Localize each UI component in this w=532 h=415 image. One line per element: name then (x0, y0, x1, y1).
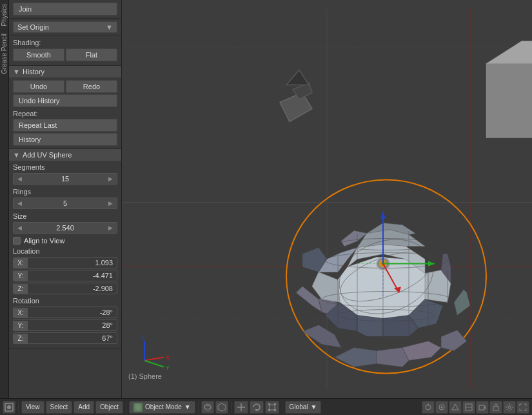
svg-rect-90 (270, 405, 275, 410)
rot-y-field[interactable]: Y: 28° (13, 319, 117, 331)
rot-x-field[interactable]: X: -28° (13, 307, 117, 318)
add-menu-button[interactable]: Add (74, 401, 94, 414)
size-right-arrow[interactable]: ▶ (107, 225, 114, 231)
shading-section: Shading: Smooth Flat (9, 36, 121, 66)
rot-z-value: 67° (28, 333, 117, 343)
viewport[interactable]: X Y Z (1) Sphere (122, 0, 532, 398)
translate-icon[interactable] (234, 401, 248, 414)
object-mode-label: Object Mode (145, 403, 182, 410)
loc-x-field[interactable]: X: 1.093 (13, 257, 117, 268)
size-value: 2.540 (23, 224, 107, 232)
svg-point-83 (135, 404, 141, 410)
undo-button[interactable]: Undo (13, 80, 64, 93)
rings-label: Rings (13, 188, 117, 196)
segments-slider[interactable]: ◀ 15 ▶ (13, 173, 117, 185)
set-origin-arrow: ▼ (106, 23, 113, 31)
size-left-arrow[interactable]: ◀ (16, 225, 23, 231)
history-title: History (23, 68, 44, 76)
rot-y-label: Y: (14, 321, 28, 330)
uv-sphere-section: Segments ◀ 15 ▶ Rings ◀ 5 ▶ Size ◀ 2.540… (9, 161, 121, 349)
view-sphere-icon[interactable] (201, 401, 214, 414)
loc-z-field[interactable]: Z: -2.908 (13, 283, 117, 294)
rotate-icon[interactable] (250, 401, 264, 414)
camera-sync-icon[interactable] (476, 401, 489, 414)
rot-z-field[interactable]: Z: 67° (13, 332, 117, 344)
flat-button[interactable]: Flat (66, 48, 117, 61)
svg-rect-102 (479, 405, 484, 410)
pivot-icon[interactable] (449, 401, 462, 414)
uv-sphere-arrow: ▼ (13, 151, 20, 159)
loc-x-label: X: (14, 258, 28, 268)
select-menu-button[interactable]: Select (46, 401, 73, 414)
segments-label: Segments (13, 163, 117, 171)
segments-value: 15 (23, 175, 107, 183)
left-sidebar: Join Set Origin ▼ Shading: Smooth Flat ▼… (9, 0, 122, 398)
sep4 (231, 401, 232, 413)
settings-icon[interactable] (503, 401, 516, 414)
segments-left-arrow[interactable]: ◀ (16, 176, 23, 182)
svg-text:Y: Y (166, 365, 170, 371)
render-view-icon[interactable] (215, 401, 228, 414)
svg-point-82 (7, 405, 11, 409)
svg-text:Z: Z (141, 334, 145, 341)
history-button[interactable]: History (13, 133, 117, 146)
align-to-view-row: Align to View (13, 237, 117, 245)
join-button[interactable]: Join (13, 3, 117, 15)
set-origin-label: Set Origin (17, 23, 49, 31)
smooth-button[interactable]: Smooth (13, 48, 64, 61)
shading-label: Shading: (13, 39, 117, 46)
loc-y-field[interactable]: Y: -4.471 (13, 270, 117, 281)
bottom-toolbar: View Select Add Object Object Mode ▼ Glo… (0, 398, 532, 415)
scene-icon[interactable] (3, 401, 15, 414)
add-uv-sphere-title: Add UV Sphere (23, 151, 72, 159)
object-menu-button[interactable]: Object (95, 401, 123, 414)
svg-marker-24 (486, 64, 532, 138)
sep1 (18, 401, 19, 413)
svg-rect-93 (268, 409, 270, 411)
history-header[interactable]: ▼ History (9, 66, 121, 77)
local-icon[interactable] (462, 401, 475, 414)
viewport-svg: X Y Z (122, 0, 532, 398)
segments-right-arrow[interactable]: ▶ (107, 176, 114, 182)
size-label: Size (13, 212, 117, 220)
add-uv-sphere-header[interactable]: ▼ Add UV Sphere (9, 149, 121, 161)
object-mode-selector[interactable]: Object Mode ▼ (129, 401, 195, 414)
snap-icon[interactable] (422, 401, 435, 414)
repeat-last-button[interactable]: Repeat Last (13, 119, 117, 132)
lock-icon[interactable] (489, 401, 502, 414)
loc-y-label: Y: (14, 271, 28, 281)
rings-slider[interactable]: ◀ 5 ▶ (13, 197, 117, 209)
loc-z-label: Z: (14, 284, 28, 294)
sep5 (282, 401, 282, 413)
global-arrow: ▼ (311, 403, 317, 410)
svg-point-105 (508, 406, 511, 409)
grease-pencil-tab[interactable]: Grease Pencil (0, 30, 9, 78)
proportional-icon[interactable] (435, 401, 448, 414)
join-section: Join (9, 0, 121, 19)
vertical-tabs: Physics Grease Pencil (0, 0, 9, 398)
redo-button[interactable]: Redo (66, 80, 117, 93)
loc-x-value: 1.093 (28, 258, 117, 268)
svg-rect-104 (493, 407, 498, 410)
align-to-view-label: Align to View (24, 237, 64, 245)
object-mode-arrow: ▼ (184, 403, 191, 410)
rings-right-arrow[interactable]: ▶ (107, 200, 114, 207)
global-selector[interactable]: Global ▼ (285, 401, 322, 414)
rings-value: 5 (23, 199, 107, 207)
align-to-view-checkbox[interactable] (13, 237, 21, 245)
sep2 (126, 401, 126, 413)
view-menu-button[interactable]: View (21, 401, 44, 414)
scale-icon[interactable] (265, 401, 279, 414)
physics-tab[interactable]: Physics (0, 0, 9, 30)
undo-history-button[interactable]: Undo History (13, 94, 117, 107)
fullscreen-icon[interactable] (517, 401, 529, 414)
size-slider[interactable]: ◀ 2.540 ▶ (13, 222, 117, 234)
viewport-object-label: (1) Sphere (128, 372, 162, 380)
rotation-label: Rotation (13, 297, 117, 305)
svg-marker-50 (357, 316, 383, 337)
undo-redo-row: Undo Redo (13, 80, 117, 93)
history-section: Undo Redo Undo History Repeat: Repeat La… (9, 77, 121, 149)
svg-marker-86 (218, 403, 226, 411)
rings-left-arrow[interactable]: ◀ (16, 200, 23, 207)
svg-point-84 (204, 404, 211, 410)
